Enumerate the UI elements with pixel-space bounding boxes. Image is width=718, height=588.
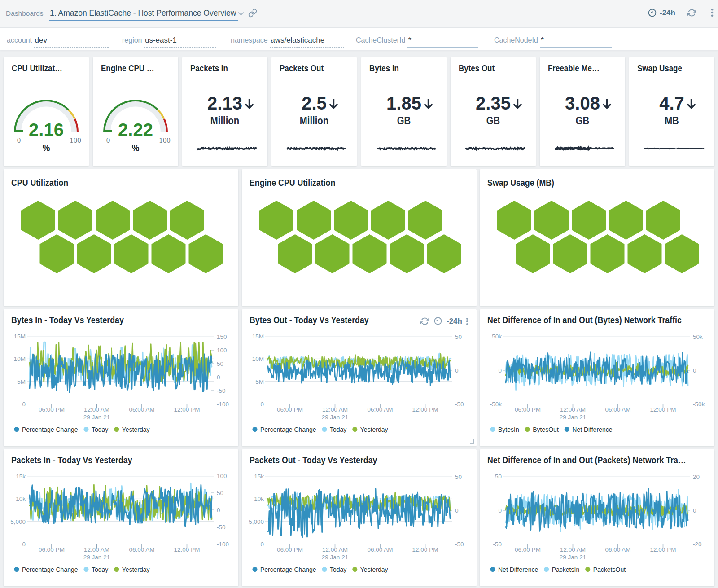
svg-text:BytesOut: BytesOut xyxy=(533,426,559,433)
svg-text:PacketsIn: PacketsIn xyxy=(552,566,579,573)
svg-text:50: 50 xyxy=(217,360,223,367)
svg-text:150: 150 xyxy=(217,333,227,340)
svg-text:15k: 15k xyxy=(16,473,26,480)
svg-text:06:00 PM: 06:00 PM xyxy=(277,406,303,413)
svg-text:Yesterday: Yesterday xyxy=(122,426,150,433)
svg-text:-50: -50 xyxy=(217,524,226,531)
svg-text:100: 100 xyxy=(217,347,227,354)
svg-text:0: 0 xyxy=(106,136,110,145)
svg-text:2.16: 2.16 xyxy=(29,120,64,140)
svg-text:0: 0 xyxy=(498,507,502,514)
svg-text:Today: Today xyxy=(330,426,346,433)
svg-text:06:00 AM: 06:00 AM xyxy=(605,406,630,413)
svg-text:06:00 AM: 06:00 AM xyxy=(605,546,630,553)
svg-text:5M: 5M xyxy=(255,378,264,385)
svg-text:Percentage Change: Percentage Change xyxy=(22,426,78,433)
svg-text:2.22: 2.22 xyxy=(118,120,153,140)
svg-text:0: 0 xyxy=(260,541,264,548)
svg-text:12:00 PM: 12:00 PM xyxy=(174,546,200,553)
svg-text:50: 50 xyxy=(217,490,223,496)
svg-text:15k: 15k xyxy=(254,473,264,480)
svg-text:0: 0 xyxy=(498,367,502,374)
svg-text:50: 50 xyxy=(455,474,462,480)
svg-text:100: 100 xyxy=(70,136,81,145)
svg-text:0: 0 xyxy=(693,367,696,374)
svg-text:29 Jan 21: 29 Jan 21 xyxy=(322,554,348,561)
svg-text:12:00 PM: 12:00 PM xyxy=(412,406,438,413)
svg-text:PacketsOut: PacketsOut xyxy=(593,566,626,573)
svg-text:06:00 PM: 06:00 PM xyxy=(39,406,65,413)
svg-text:Net Difference: Net Difference xyxy=(498,566,538,573)
svg-text:06:00 AM: 06:00 AM xyxy=(129,406,154,413)
svg-text:Net Difference: Net Difference xyxy=(572,426,612,433)
svg-text:10M: 10M xyxy=(14,355,26,362)
svg-text:12:00 PM: 12:00 PM xyxy=(650,546,676,553)
svg-text:100: 100 xyxy=(159,136,171,145)
svg-text:Percentage Change: Percentage Change xyxy=(260,426,316,433)
svg-text:Today: Today xyxy=(330,566,346,573)
svg-text:Today: Today xyxy=(92,566,108,573)
svg-text:0: 0 xyxy=(455,367,459,374)
svg-text:5,000: 5,000 xyxy=(249,518,264,525)
svg-text:29 Jan 21: 29 Jan 21 xyxy=(83,554,110,561)
svg-text:0: 0 xyxy=(693,507,696,514)
svg-text:Yesterday: Yesterday xyxy=(122,566,150,573)
svg-text:0: 0 xyxy=(22,541,26,548)
svg-text:12:00 AM: 12:00 AM xyxy=(560,406,586,413)
svg-text:29 Jan 21: 29 Jan 21 xyxy=(560,414,586,421)
svg-text:%: % xyxy=(43,143,50,154)
svg-text:0: 0 xyxy=(217,374,220,381)
svg-text:5,000: 5,000 xyxy=(10,518,26,525)
svg-text:-50: -50 xyxy=(455,401,464,408)
svg-text:29 Jan 21: 29 Jan 21 xyxy=(83,414,110,421)
svg-text:100: 100 xyxy=(217,473,227,479)
svg-text:-100: -100 xyxy=(217,401,229,408)
svg-text:Yesterday: Yesterday xyxy=(360,426,388,433)
svg-text:12:00 PM: 12:00 PM xyxy=(650,406,676,413)
svg-text:15M: 15M xyxy=(14,333,26,340)
svg-text:12:00 PM: 12:00 PM xyxy=(412,546,438,553)
svg-text:-50k: -50k xyxy=(693,401,705,408)
svg-text:BytesIn: BytesIn xyxy=(498,426,519,433)
svg-text:10M: 10M xyxy=(252,355,264,362)
svg-text:0: 0 xyxy=(260,401,264,408)
svg-text:-50: -50 xyxy=(493,541,502,548)
svg-text:-50: -50 xyxy=(217,387,226,394)
svg-text:06:00 PM: 06:00 PM xyxy=(515,406,541,413)
svg-text:50: 50 xyxy=(455,333,462,340)
svg-text:50k: 50k xyxy=(492,333,502,340)
svg-text:06:00 PM: 06:00 PM xyxy=(39,546,65,553)
svg-text:-20: -20 xyxy=(693,541,702,548)
svg-text:Yesterday: Yesterday xyxy=(360,566,388,573)
svg-text:06:00 AM: 06:00 AM xyxy=(367,406,393,413)
svg-text:-100: -100 xyxy=(217,541,229,548)
svg-text:20: 20 xyxy=(693,474,700,480)
svg-text:12:00 AM: 12:00 AM xyxy=(322,546,348,553)
svg-text:0: 0 xyxy=(17,136,21,145)
svg-text:15M: 15M xyxy=(252,333,264,340)
svg-text:0: 0 xyxy=(455,507,459,514)
svg-text:12:00 AM: 12:00 AM xyxy=(84,406,109,413)
svg-text:0: 0 xyxy=(22,401,26,408)
svg-text:29 Jan 21: 29 Jan 21 xyxy=(560,554,586,561)
svg-text:%: % xyxy=(132,143,140,154)
svg-text:50: 50 xyxy=(495,473,502,480)
svg-text:12:00 AM: 12:00 AM xyxy=(560,546,586,553)
svg-text:10k: 10k xyxy=(254,496,264,502)
svg-text:Percentage Change: Percentage Change xyxy=(22,566,78,573)
svg-text:06:00 AM: 06:00 AM xyxy=(129,546,154,553)
svg-text:12:00 PM: 12:00 PM xyxy=(174,406,200,413)
svg-text:29 Jan 21: 29 Jan 21 xyxy=(322,414,348,421)
svg-text:50k: 50k xyxy=(693,333,703,340)
svg-text:-50k: -50k xyxy=(490,401,502,408)
svg-text:10k: 10k xyxy=(16,496,26,502)
svg-text:12:00 AM: 12:00 AM xyxy=(322,406,348,413)
svg-text:Percentage Change: Percentage Change xyxy=(260,566,316,573)
svg-text:06:00 PM: 06:00 PM xyxy=(277,546,303,553)
svg-text:0: 0 xyxy=(217,507,220,513)
svg-text:12:00 AM: 12:00 AM xyxy=(84,546,109,553)
svg-text:5M: 5M xyxy=(17,378,26,385)
svg-text:Today: Today xyxy=(92,426,108,433)
svg-text:06:00 AM: 06:00 AM xyxy=(367,546,393,553)
svg-text:-50: -50 xyxy=(455,541,464,548)
